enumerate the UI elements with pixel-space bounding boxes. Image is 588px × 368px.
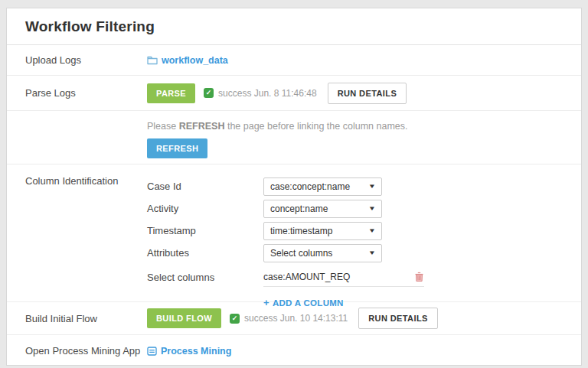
add-a-column-button[interactable]: + ADD A COLUMN: [263, 298, 344, 308]
attributes-select-value: Select columns: [270, 248, 332, 259]
process-mining-link-label: Process Mining: [161, 346, 231, 357]
open-process-mining-row: Open Process Mining App Process Mining: [7, 335, 581, 366]
timestamp-select[interactable]: time:timestamp ▼: [263, 222, 382, 240]
success-check-icon: ✓: [204, 88, 214, 98]
build-status: ✓ success Jun. 10 14:13:11: [230, 313, 358, 324]
add-a-column-label: ADD A COLUMN: [273, 298, 344, 308]
parse-status: ✓ success Jun. 8 11:46:48: [204, 88, 328, 99]
process-mining-link[interactable]: Process Mining: [147, 346, 231, 357]
workflow-filtering-card: Workflow Filtering Upload Logs workflow_…: [6, 8, 582, 366]
attributes-select[interactable]: Select columns ▼: [263, 244, 382, 262]
build-initial-flow-row: Build Initial Flow BUILD FLOW ✓ success …: [7, 302, 581, 335]
chevron-down-icon: ▼: [368, 183, 376, 190]
page-title: Workflow Filtering: [25, 18, 155, 35]
chevron-down-icon: ▼: [368, 249, 376, 256]
case-id-label: Case Id: [147, 181, 263, 192]
timestamp-field-row: Timestamp time:timestamp ▼: [147, 220, 424, 242]
card-header: Workflow Filtering: [7, 8, 581, 45]
refresh-notice-bold: REFRESH: [179, 121, 225, 132]
selected-column-field: [263, 267, 424, 287]
timestamp-select-value: time:timestamp: [270, 226, 332, 236]
activity-field-row: Activity concept:name ▼: [147, 197, 424, 220]
build-flow-button[interactable]: BUILD FLOW: [147, 308, 221, 328]
timestamp-label: Timestamp: [147, 225, 263, 236]
activity-select[interactable]: concept:name ▼: [263, 200, 382, 218]
open-process-mining-label: Open Process Mining App: [25, 345, 147, 357]
chevron-down-icon: ▼: [368, 205, 376, 212]
column-identification-row: Column Identification Case Id case:conce…: [7, 164, 581, 302]
success-check-icon: ✓: [230, 314, 240, 324]
parse-run-details-button[interactable]: RUN DETAILS: [328, 83, 407, 104]
workflow-data-link-label: workflow_data: [162, 55, 228, 66]
case-id-select-value: case:concept:name: [270, 181, 350, 192]
selected-column-input[interactable]: [263, 272, 414, 282]
build-initial-flow-label: Build Initial Flow: [25, 313, 147, 324]
parse-button[interactable]: PARSE: [147, 83, 195, 103]
activity-label: Activity: [147, 203, 263, 214]
plus-icon: +: [263, 298, 270, 308]
activity-select-value: concept:name: [270, 204, 328, 214]
build-run-details-button[interactable]: RUN DETAILS: [358, 308, 438, 329]
parse-logs-row: Parse Logs PARSE ✓ success Jun. 8 11:46:…: [7, 76, 581, 111]
attributes-label: Attributes: [147, 247, 263, 259]
refresh-row: Please REFRESH the page before linking t…: [7, 111, 581, 164]
select-columns-row: Select columns: [147, 265, 424, 288]
parse-logs-label: Parse Logs: [25, 87, 147, 99]
trash-icon[interactable]: [414, 272, 424, 282]
app-window-icon: [147, 347, 157, 356]
refresh-notice: Please REFRESH the page before linking t…: [147, 121, 407, 132]
case-id-field-row: Case Id case:concept:name ▼: [147, 175, 424, 197]
folder-icon: [147, 56, 158, 65]
upload-logs-row: Upload Logs workflow_data: [7, 45, 581, 76]
chevron-down-icon: ▼: [368, 227, 376, 234]
attributes-field-row: Attributes Select columns ▼: [147, 242, 424, 264]
select-columns-label: Select columns: [147, 272, 263, 283]
case-id-select[interactable]: case:concept:name ▼: [263, 177, 382, 196]
upload-logs-label: Upload Logs: [25, 54, 147, 66]
parse-status-text: success Jun. 8 11:46:48: [218, 88, 317, 99]
column-identification-label: Column Identification: [25, 175, 147, 187]
workflow-data-link[interactable]: workflow_data: [147, 55, 228, 66]
build-status-text: success Jun. 10 14:13:11: [244, 313, 348, 324]
refresh-button[interactable]: REFRESH: [147, 138, 207, 158]
